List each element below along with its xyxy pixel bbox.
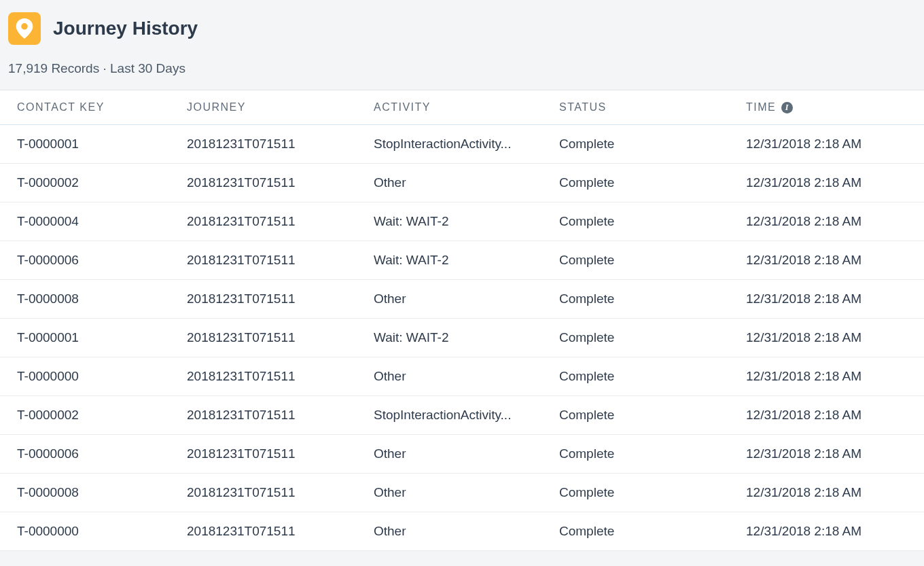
cell-time: 12/31/2018 2:18 AM <box>746 485 924 500</box>
cell-contact-key: T-0000008 <box>0 291 187 306</box>
cell-contact-key: T-0000002 <box>0 175 187 190</box>
cell-journey: 20181231T071511 <box>187 214 374 229</box>
journey-history-icon <box>8 12 41 45</box>
cell-status: Complete <box>559 485 746 500</box>
cell-status: Complete <box>559 330 746 345</box>
table-row[interactable]: T-000000820181231T071511OtherComplete12/… <box>0 474 924 512</box>
column-header-time[interactable]: TIME i <box>746 101 924 113</box>
period: Last 30 Days <box>110 61 185 75</box>
cell-contact-key: T-0000000 <box>0 369 187 384</box>
column-header-activity[interactable]: ACTIVITY <box>374 101 559 113</box>
cell-time: 12/31/2018 2:18 AM <box>746 214 924 229</box>
cell-journey: 20181231T071511 <box>187 369 374 384</box>
cell-status: Complete <box>559 175 746 190</box>
cell-journey: 20181231T071511 <box>187 330 374 345</box>
table-row[interactable]: T-000000820181231T071511OtherComplete12/… <box>0 280 924 319</box>
table-row[interactable]: T-000000420181231T071511Wait: WAIT-2Comp… <box>0 202 924 241</box>
table-row[interactable]: T-000000620181231T071511Wait: WAIT-2Comp… <box>0 241 924 280</box>
cell-contact-key: T-0000004 <box>0 214 187 229</box>
cell-journey: 20181231T071511 <box>187 446 374 461</box>
column-header-status[interactable]: STATUS <box>559 101 746 113</box>
cell-status: Complete <box>559 446 746 461</box>
record-summary: 17,919 Records · Last 30 Days <box>8 61 916 90</box>
cell-contact-key: T-0000000 <box>0 524 187 539</box>
table-body: T-000000120181231T071511StopInteractionA… <box>0 125 924 551</box>
cell-time: 12/31/2018 2:18 AM <box>746 137 924 152</box>
cell-contact-key: T-0000002 <box>0 408 187 423</box>
info-icon[interactable]: i <box>781 102 793 113</box>
cell-journey: 20181231T071511 <box>187 408 374 423</box>
cell-journey: 20181231T071511 <box>187 524 374 539</box>
cell-activity: Other <box>374 175 559 190</box>
column-header-contact-key[interactable]: CONTACT KEY <box>0 101 187 113</box>
map-pin-icon <box>16 18 33 39</box>
table-row[interactable]: T-000000220181231T071511OtherComplete12/… <box>0 164 924 202</box>
table-row[interactable]: T-000000220181231T071511StopInteractionA… <box>0 396 924 435</box>
cell-journey: 20181231T071511 <box>187 291 374 306</box>
column-header-journey[interactable]: JOURNEY <box>187 101 374 113</box>
cell-time: 12/31/2018 2:18 AM <box>746 291 924 306</box>
journey-history-table: CONTACT KEY JOURNEY ACTIVITY STATUS TIME… <box>0 90 924 551</box>
cell-activity: StopInteractionActivity... <box>374 408 559 423</box>
cell-contact-key: T-0000006 <box>0 253 187 268</box>
page-title: Journey History <box>53 18 198 39</box>
cell-activity: StopInteractionActivity... <box>374 137 559 152</box>
cell-status: Complete <box>559 408 746 423</box>
cell-time: 12/31/2018 2:18 AM <box>746 524 924 539</box>
cell-activity: Other <box>374 524 559 539</box>
cell-contact-key: T-0000006 <box>0 446 187 461</box>
separator: · <box>99 61 110 75</box>
cell-status: Complete <box>559 291 746 306</box>
cell-journey: 20181231T071511 <box>187 253 374 268</box>
table-row[interactable]: T-000000020181231T071511OtherComplete12/… <box>0 512 924 551</box>
cell-activity: Wait: WAIT-2 <box>374 253 559 268</box>
table-row[interactable]: T-000000620181231T071511OtherComplete12/… <box>0 435 924 474</box>
cell-status: Complete <box>559 524 746 539</box>
cell-activity: Other <box>374 485 559 500</box>
cell-time: 12/31/2018 2:18 AM <box>746 175 924 190</box>
cell-status: Complete <box>559 253 746 268</box>
cell-contact-key: T-0000001 <box>0 137 187 152</box>
page-header: Journey History 17,919 Records · Last 30… <box>0 0 924 90</box>
cell-activity: Other <box>374 369 559 384</box>
cell-contact-key: T-0000008 <box>0 485 187 500</box>
cell-time: 12/31/2018 2:18 AM <box>746 446 924 461</box>
table-row[interactable]: T-000000120181231T071511Wait: WAIT-2Comp… <box>0 319 924 357</box>
cell-contact-key: T-0000001 <box>0 330 187 345</box>
table-row[interactable]: T-000000120181231T071511StopInteractionA… <box>0 125 924 164</box>
cell-status: Complete <box>559 137 746 152</box>
cell-time: 12/31/2018 2:18 AM <box>746 330 924 345</box>
cell-time: 12/31/2018 2:18 AM <box>746 408 924 423</box>
column-header-time-label: TIME <box>746 101 776 113</box>
record-count: 17,919 Records <box>8 61 99 75</box>
cell-journey: 20181231T071511 <box>187 175 374 190</box>
cell-time: 12/31/2018 2:18 AM <box>746 253 924 268</box>
table-row[interactable]: T-000000020181231T071511OtherComplete12/… <box>0 357 924 396</box>
cell-status: Complete <box>559 214 746 229</box>
cell-journey: 20181231T071511 <box>187 485 374 500</box>
cell-journey: 20181231T071511 <box>187 137 374 152</box>
table-header-row: CONTACT KEY JOURNEY ACTIVITY STATUS TIME… <box>0 90 924 125</box>
title-row: Journey History <box>8 12 916 45</box>
cell-activity: Wait: WAIT-2 <box>374 214 559 229</box>
cell-status: Complete <box>559 369 746 384</box>
cell-activity: Other <box>374 446 559 461</box>
cell-activity: Other <box>374 291 559 306</box>
cell-time: 12/31/2018 2:18 AM <box>746 369 924 384</box>
cell-activity: Wait: WAIT-2 <box>374 330 559 345</box>
